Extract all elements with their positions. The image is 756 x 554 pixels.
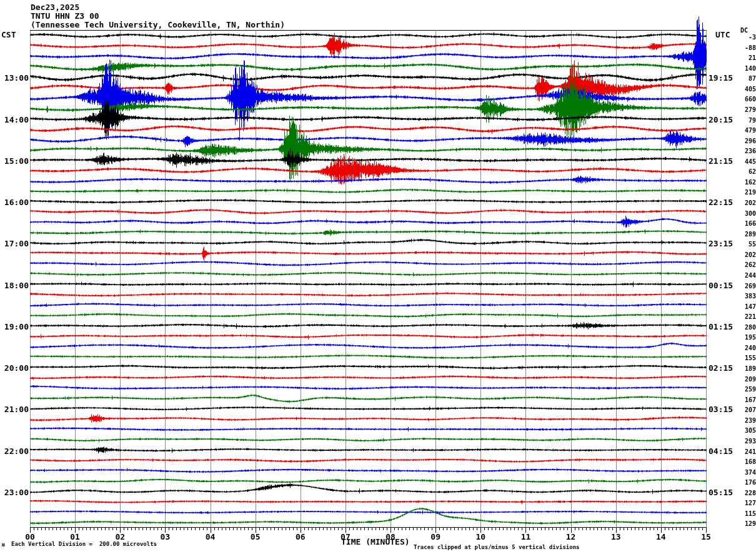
x-tick-label: 05 xyxy=(246,533,265,541)
logo-glyph: ʍ xyxy=(2,543,5,548)
dc-value: 219 xyxy=(730,189,756,196)
dc-value: 660 xyxy=(730,96,756,103)
x-tick-label: 06 xyxy=(291,533,310,541)
dc-value: 202 xyxy=(730,252,756,258)
dc-value: 127 xyxy=(730,500,756,506)
dc-value: 162 xyxy=(730,179,756,186)
dc-value: 221 xyxy=(730,314,756,320)
footer-clip-note: Traces clipped at plus/minus 5 vertical … xyxy=(414,545,580,550)
x-tick-label: 04 xyxy=(201,533,220,541)
dc-value: 383 xyxy=(730,293,756,300)
dc-column-header: DC xyxy=(740,28,748,34)
dc-value: 293 xyxy=(730,438,756,445)
right-axis-title: UTC xyxy=(715,31,730,39)
dc-value: 479 xyxy=(730,128,756,134)
dc-value: -88 xyxy=(730,45,756,51)
dc-value: 155 xyxy=(730,355,756,361)
dc-value: 300 xyxy=(730,211,756,217)
dc-value: 167 xyxy=(730,397,756,403)
x-tick-label: 00 xyxy=(21,533,39,541)
left-time-label: 14:00 xyxy=(0,116,29,124)
x-tick-label: 11 xyxy=(516,533,535,541)
left-time-label: 19:00 xyxy=(0,323,29,331)
dc-value: 55 xyxy=(730,241,756,248)
dc-value: 21 xyxy=(730,55,756,61)
helicorder-screen: Dec23,2025 TNTU HHN Z3 00 (Tennessee Tec… xyxy=(0,0,756,554)
left-time-label: 20:00 xyxy=(0,364,29,372)
title-date: Dec23,2025 xyxy=(31,3,79,12)
dc-value: 259 xyxy=(730,386,756,393)
title-station: TNTU HHN Z3 00 xyxy=(31,12,99,21)
left-time-label: 18:00 xyxy=(0,281,29,290)
left-time-label: 17:00 xyxy=(0,239,29,248)
x-axis-title: TIME (MINUTES) xyxy=(341,538,410,546)
dc-value: 280 xyxy=(730,325,756,331)
dc-value: 207 xyxy=(730,407,756,413)
dc-value: 202 xyxy=(730,200,756,206)
dc-value: 147 xyxy=(730,304,756,310)
left-time-label: 22:00 xyxy=(0,447,29,455)
x-tick-label: 14 xyxy=(652,533,670,541)
dc-value: 445 xyxy=(730,159,756,165)
dc-value: 289 xyxy=(730,231,756,238)
left-time-label: 15:00 xyxy=(0,157,29,165)
dc-value: 140 xyxy=(730,66,756,72)
left-time-label: 23:00 xyxy=(0,488,29,496)
dc-value: 296 xyxy=(730,138,756,144)
x-tick-label: 12 xyxy=(562,533,580,541)
footer-scale-note: Each Vertical Division = 200.00 microvol… xyxy=(11,541,157,547)
x-tick-label: 15 xyxy=(697,533,715,541)
dc-value: -3 xyxy=(730,34,756,41)
dc-value: 405 xyxy=(730,86,756,93)
dc-value: 305 xyxy=(730,428,756,434)
x-tick-label: 01 xyxy=(66,533,84,541)
title-description: (Tennessee Tech University, Cookeville, … xyxy=(31,21,285,29)
dc-value: 279 xyxy=(730,107,756,113)
dc-value: 236 xyxy=(730,148,756,154)
dc-value: 244 xyxy=(730,273,756,279)
x-tick-label: 02 xyxy=(111,533,129,541)
dc-value: 62 xyxy=(730,169,756,175)
left-time-label: 16:00 xyxy=(0,198,29,206)
dc-value: 195 xyxy=(730,335,756,341)
dc-value: 239 xyxy=(730,418,756,424)
dc-value: 79 xyxy=(730,118,756,124)
dc-value: 189 xyxy=(730,366,756,372)
dc-value: 209 xyxy=(730,376,756,383)
dc-value: 240 xyxy=(730,345,756,351)
dc-value: 262 xyxy=(730,262,756,268)
dc-value: 176 xyxy=(730,480,756,486)
dc-value: 168 xyxy=(730,459,756,465)
x-tick-label: 10 xyxy=(471,533,490,541)
dc-value: 166 xyxy=(730,221,756,227)
left-time-label: 21:00 xyxy=(0,405,29,413)
dc-value: 115 xyxy=(730,511,756,517)
dc-value: 374 xyxy=(730,470,756,476)
dc-value: 129 xyxy=(730,521,756,527)
dc-value: 269 xyxy=(730,283,756,290)
dc-value: 241 xyxy=(730,449,756,455)
dc-value: 228 xyxy=(730,490,756,496)
left-time-label: 13:00 xyxy=(0,74,29,82)
left-axis-title: CST xyxy=(1,31,16,39)
x-tick-label: 13 xyxy=(607,533,625,541)
x-tick-label: 09 xyxy=(426,533,445,541)
helicorder-plot-canvas xyxy=(0,0,756,554)
dc-value: 87 xyxy=(730,76,756,82)
x-tick-label: 03 xyxy=(156,533,174,541)
